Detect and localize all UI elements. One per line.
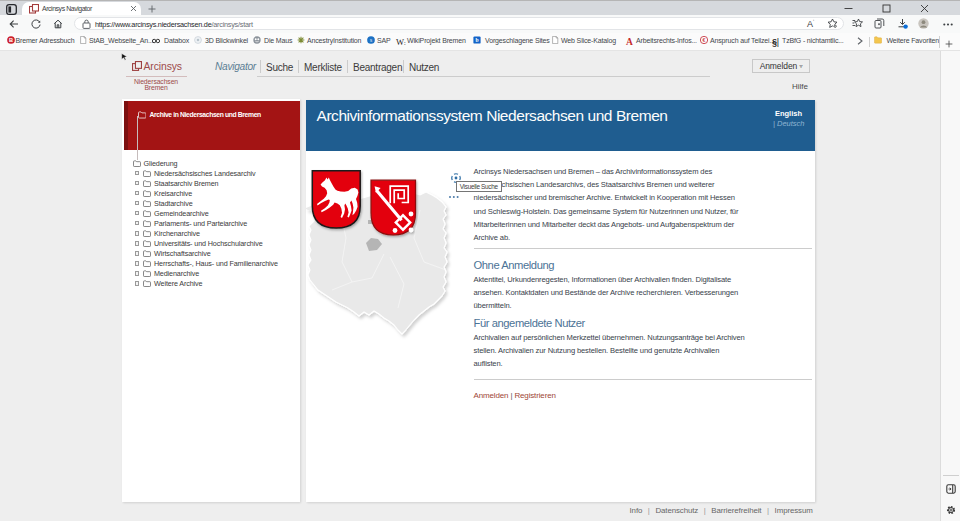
svg-text:b: b bbox=[475, 37, 478, 43]
svg-text:B: B bbox=[9, 37, 13, 43]
svg-text:€: € bbox=[702, 37, 705, 43]
